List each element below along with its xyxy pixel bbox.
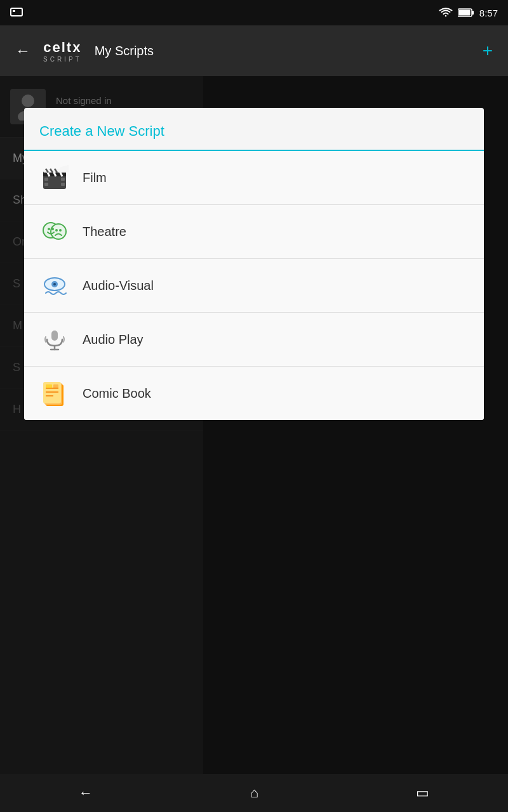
audiovisual-icon	[39, 270, 70, 301]
audioplay-label: Audio Play	[83, 332, 144, 347]
svg-rect-0	[11, 8, 22, 16]
svg-rect-1	[13, 10, 15, 12]
svg-point-25	[55, 229, 58, 232]
film-icon	[39, 162, 70, 193]
add-script-button[interactable]: +	[478, 36, 498, 66]
dialog-title: Create a New Script	[24, 108, 484, 151]
nav-home-button[interactable]: ⌂	[235, 780, 274, 806]
film-label: Film	[83, 171, 107, 185]
status-bar-right: 8:57	[439, 8, 498, 18]
create-script-dialog: Create a New Script	[24, 108, 484, 420]
status-bar: 8:57	[0, 0, 508, 25]
logo-text: celtx	[43, 39, 81, 56]
theatre-label: Theatre	[83, 225, 126, 239]
svg-point-23	[48, 228, 50, 230]
svg-rect-40	[53, 384, 58, 388]
script-type-theatre[interactable]: Theatre	[24, 205, 484, 259]
status-bar-left	[10, 8, 23, 18]
svg-point-24	[51, 228, 54, 230]
svg-rect-14	[61, 178, 65, 181]
comicbook-icon	[39, 378, 70, 409]
svg-rect-3	[458, 10, 470, 16]
svg-point-29	[53, 283, 56, 285]
svg-rect-4	[472, 11, 474, 15]
app-bar-title: My Scripts	[95, 44, 470, 58]
svg-rect-30	[51, 331, 58, 341]
nav-back-button[interactable]: ←	[64, 780, 108, 806]
comicbook-label: Comic Book	[83, 386, 151, 401]
svg-rect-13	[44, 183, 48, 186]
app-logo: celtx SCRIPT	[43, 39, 82, 63]
status-time: 8:57	[479, 8, 498, 18]
logo-sub: SCRIPT	[43, 56, 82, 63]
svg-point-26	[59, 229, 62, 232]
script-type-film[interactable]: Film	[24, 151, 484, 205]
wifi-icon	[439, 8, 453, 18]
svg-rect-12	[44, 178, 48, 181]
audiovisual-label: Audio-Visual	[83, 278, 154, 293]
main-layout: Not signed in Sign in or Create an accou…	[0, 76, 508, 774]
svg-rect-39	[46, 384, 52, 388]
svg-rect-15	[61, 183, 65, 186]
script-type-comicbook[interactable]: Comic Book	[24, 367, 484, 420]
audioplay-icon	[39, 324, 70, 355]
notification-icon	[10, 8, 23, 18]
app-bar: ← celtx SCRIPT My Scripts +	[0, 25, 508, 76]
svg-marker-17	[60, 165, 69, 173]
battery-icon	[458, 8, 474, 17]
theatre-icon	[39, 216, 70, 247]
nav-recents-button[interactable]: ▭	[401, 780, 444, 806]
svg-point-22	[51, 224, 66, 239]
back-button[interactable]: ←	[10, 37, 36, 65]
bottom-nav: ← ⌂ ▭	[0, 774, 508, 812]
script-type-audioplay[interactable]: Audio Play	[24, 313, 484, 367]
script-type-audiovisual[interactable]: Audio-Visual	[24, 259, 484, 313]
